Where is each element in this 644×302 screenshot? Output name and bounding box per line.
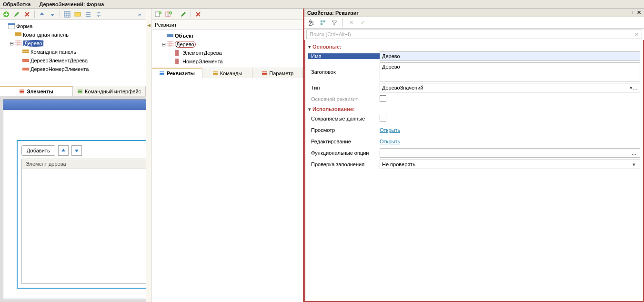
attr-row-tree[interactable]: ⊟ Дерево xyxy=(152,40,303,49)
more-toolbar-icon[interactable]: » xyxy=(135,10,144,19)
tree-row-tree[interactable]: ⊟ Дерево xyxy=(0,39,146,48)
tree-row-num[interactable]: ДеревоНомерЭлемента xyxy=(0,65,146,73)
pin-icon[interactable]: ⟂ xyxy=(631,10,634,16)
svg-rect-28 xyxy=(160,71,164,72)
add-icon[interactable] xyxy=(2,10,10,19)
type-select[interactable]: ДеревоЗначений ▾… xyxy=(380,83,640,92)
up-icon[interactable] xyxy=(38,10,46,19)
tab-cmds[interactable]: Команды xyxy=(202,68,253,78)
field-icon xyxy=(166,32,174,39)
down-icon[interactable] xyxy=(48,10,57,19)
saved-checkbox[interactable] xyxy=(380,115,386,121)
edit-icon[interactable] xyxy=(12,10,21,19)
titlebar: Обработка ДеревоЗначений: Форма xyxy=(0,0,644,9)
title-input[interactable]: Дерево xyxy=(380,62,640,81)
table-icon xyxy=(14,40,22,47)
tree-row-elem[interactable]: ДеревоЭлементДерева xyxy=(0,56,146,65)
svg-rect-41 xyxy=(321,23,322,25)
tree-row-cmdpanel[interactable]: Командная панель xyxy=(0,30,146,39)
section-usage[interactable]: Использование: xyxy=(308,106,640,112)
attr-row-elem[interactable]: ЭлементДерева xyxy=(152,49,303,57)
panel-icon[interactable] xyxy=(73,10,82,19)
svg-rect-9 xyxy=(22,51,29,53)
preview-add-button[interactable]: Добавить xyxy=(21,145,55,156)
prop-title-row: Заголовок Дерево xyxy=(308,62,640,81)
preview-up-button[interactable] xyxy=(58,145,69,156)
collapse-icon[interactable]: ⊟ xyxy=(9,40,14,47)
svg-rect-32 xyxy=(213,73,218,74)
tab-params[interactable]: Параметр xyxy=(252,68,303,78)
svg-rect-25 xyxy=(177,50,179,56)
tree-row-form[interactable]: Форма xyxy=(0,22,146,30)
ellipsis-icon[interactable]: … xyxy=(633,85,638,91)
swap-icon[interactable] xyxy=(94,10,103,19)
close-icon[interactable]: ✕ xyxy=(637,10,641,16)
svg-rect-24 xyxy=(175,50,177,56)
tab-attrs[interactable]: Реквизиты xyxy=(152,68,202,78)
tab-elements[interactable]: Элементы xyxy=(0,86,73,96)
collapse-icon[interactable]: ⊟ xyxy=(161,41,166,48)
attr-row-object[interactable]: Объект xyxy=(152,31,303,40)
prop-mainattr: Основной реквизит xyxy=(308,94,640,104)
funcopt-input[interactable]: … xyxy=(380,148,640,158)
svg-rect-5 xyxy=(15,32,21,34)
delete-icon[interactable] xyxy=(194,10,202,19)
view-link[interactable]: Открыть xyxy=(380,127,400,133)
table-icon xyxy=(166,41,174,48)
svg-rect-33 xyxy=(213,74,218,75)
chevron-down-icon[interactable]: ▾ xyxy=(630,161,638,168)
left-toolbar: » xyxy=(0,9,146,20)
svg-rect-26 xyxy=(175,59,177,64)
list-icon[interactable] xyxy=(84,10,92,19)
categories-icon[interactable] xyxy=(319,19,327,27)
clear-search-icon[interactable]: ✕ xyxy=(634,31,639,38)
svg-rect-11 xyxy=(22,68,29,70)
field-icon xyxy=(22,57,30,64)
left-tabs: Элементы Командный интерфейс xyxy=(0,86,146,96)
properties-toolbar: AZ ✕ ✓ xyxy=(304,17,644,29)
section-main[interactable]: Основные: xyxy=(308,44,640,50)
svg-rect-23 xyxy=(167,41,173,47)
svg-rect-10 xyxy=(22,59,29,62)
sort-icon[interactable]: AZ xyxy=(307,19,316,27)
fillcheck-select[interactable]: Не проверять ▾ xyxy=(380,160,640,169)
ellipsis-icon[interactable]: … xyxy=(630,150,638,156)
svg-rect-6 xyxy=(15,34,21,36)
svg-rect-2 xyxy=(75,12,80,16)
svg-text:Z: Z xyxy=(309,21,312,26)
splitter-left[interactable]: ◀ xyxy=(146,9,152,302)
prop-type: Тип ДеревоЗначений ▾… xyxy=(308,82,640,93)
mainattr-checkbox[interactable] xyxy=(380,95,386,102)
prop-funcopt: Функциональные опции … xyxy=(308,148,640,158)
apply-icon[interactable]: ✓ xyxy=(358,19,367,27)
filter-icon[interactable] xyxy=(330,19,339,27)
svg-rect-12 xyxy=(20,90,24,91)
preview-down-button[interactable] xyxy=(71,145,82,156)
clear-icon[interactable]: ✕ xyxy=(347,19,355,27)
tab-cmdiface[interactable]: Командный интерфейс xyxy=(73,86,146,96)
form-preview: Еще▾ Добавить Еще▾ xyxy=(0,96,146,302)
add-col-icon[interactable] xyxy=(164,10,173,19)
edit-link[interactable]: Открыть xyxy=(380,139,400,144)
panel-icon xyxy=(22,49,30,55)
tree-row-cmdpanel2[interactable]: Командная панель xyxy=(0,48,146,56)
svg-rect-30 xyxy=(160,74,164,75)
properties-search[interactable]: Поиск (Ctrl+Alt+I) ✕ xyxy=(306,30,642,39)
attr-row-num[interactable]: НомерЭлемента xyxy=(152,57,303,66)
name-input[interactable] xyxy=(380,51,640,61)
svg-rect-39 xyxy=(321,20,322,22)
col-header-element[interactable]: Элемент дерева xyxy=(22,159,165,169)
field-icon xyxy=(22,66,30,72)
add-attr-icon[interactable] xyxy=(154,10,162,19)
column-icon xyxy=(174,58,181,65)
mid-toolbar xyxy=(152,9,303,20)
delete-icon[interactable] xyxy=(23,10,31,19)
svg-rect-17 xyxy=(78,92,82,93)
edit-icon[interactable] xyxy=(179,10,188,19)
properties-title: Свойства: Реквизит ⟂ ✕ xyxy=(304,9,644,17)
svg-rect-13 xyxy=(20,91,24,92)
app-title: Обработка xyxy=(3,1,30,7)
grid-icon[interactable] xyxy=(63,10,71,19)
form-icon xyxy=(8,23,15,30)
svg-rect-8 xyxy=(22,50,29,51)
